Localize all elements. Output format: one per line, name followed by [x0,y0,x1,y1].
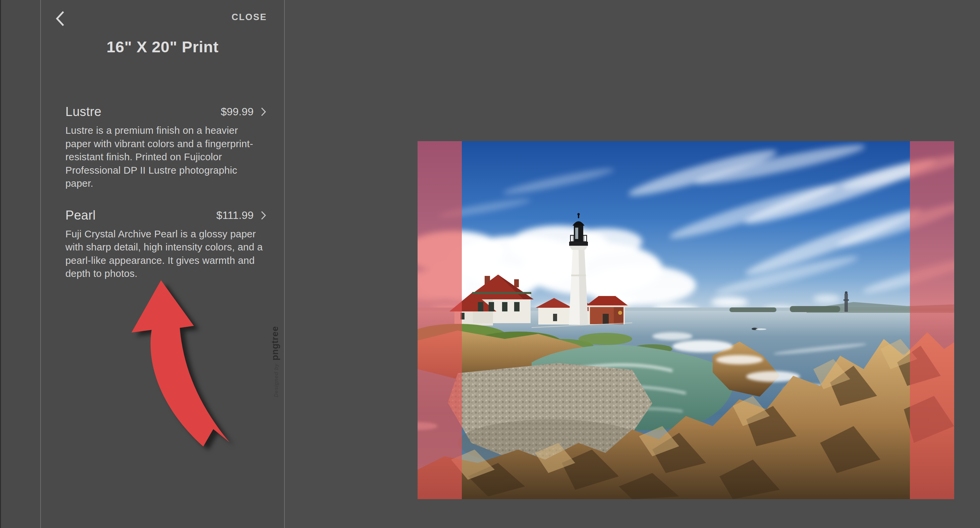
red-arrow-graphic [129,279,243,452]
option-row: Lustre $99.99 [65,105,266,119]
watermark-prefix: Designed by [273,363,279,397]
option-price: $111.99 [216,209,253,222]
crop-overlay-right [910,141,954,499]
chevron-left-icon [56,11,65,27]
print-preview-image [418,141,954,499]
finish-options-list: Lustre $99.99 Lustre is a premium finish… [65,105,266,280]
option-name: Lustre [65,105,101,119]
print-options-screen: { "panel": { "close_label": "CLOSE", "ti… [0,0,980,528]
option-price: $99.99 [221,106,253,118]
pngtree-watermark: Designed by pngtree [270,326,280,397]
option-pearl[interactable]: Pearl $111.99 Fuji Crystal Archive Pearl… [65,208,266,280]
option-name: Pearl [65,208,95,223]
option-row: Pearl $111.99 [65,208,266,223]
panel-divider-line [284,0,285,528]
option-description: Fuji Crystal Archive Pearl is a glossy p… [65,227,266,280]
option-lustre[interactable]: Lustre $99.99 Lustre is a premium finish… [65,105,266,190]
curved-up-arrow-shape [132,280,229,447]
back-button[interactable] [56,10,69,27]
lighthouse-photo [418,141,954,499]
collapsed-left-rail [1,0,40,528]
crop-overlay-left [418,141,462,499]
watermark-brand: pngtree [270,326,280,361]
print-options-panel: CLOSE 16" X 20" Print Lustre $99.99 Lust… [41,0,284,528]
chevron-right-icon [261,107,266,116]
page-title: 16" X 20" Print [41,38,284,56]
chevron-right-icon [261,211,266,220]
close-button[interactable]: CLOSE [231,12,267,22]
option-description: Lustre is a premium finish on a heavier … [65,124,266,190]
